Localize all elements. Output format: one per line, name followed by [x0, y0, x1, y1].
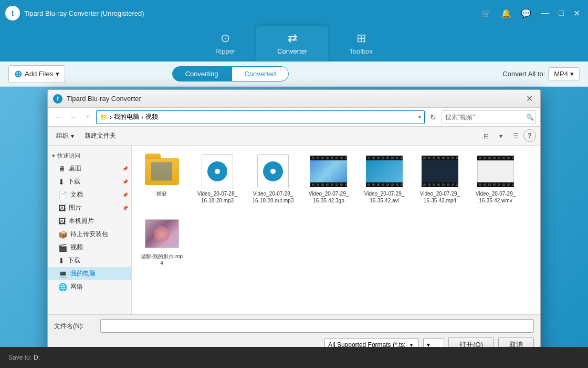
- plus-icon: ⊕: [14, 68, 22, 80]
- main-toolbar: ⊕ Add Files ▾ Converting Converted Conve…: [0, 62, 588, 87]
- organize-button[interactable]: 组织 ▾: [52, 129, 78, 142]
- chat-icon[interactable]: 💬: [518, 7, 534, 19]
- quick-access-header[interactable]: ▾ 快速访问: [48, 150, 131, 162]
- local-photos-label: 本机照片: [69, 217, 94, 226]
- pin-icon-2: 📌: [122, 179, 128, 185]
- mp3-1-icon: [199, 154, 236, 188]
- logo-letter: t: [12, 9, 14, 17]
- sidebar-item-uploads[interactable]: 📦 待上传安装包: [48, 228, 131, 241]
- list-item[interactable]: 捕获: [138, 152, 185, 206]
- filename-input[interactable]: [100, 319, 534, 333]
- path-mypc: 我的电脑: [114, 113, 139, 121]
- download-icon: ⬇: [58, 178, 65, 186]
- sidebar-item-network[interactable]: 🌐 网络: [48, 280, 131, 293]
- mypc-label: 我的电脑: [70, 269, 96, 278]
- convert-all-section: Convert All to: MP4 ▾: [502, 67, 580, 80]
- video-avi-icon: [366, 154, 403, 188]
- pin-icon-3: 📌: [122, 192, 128, 198]
- convert-format-value: MP4: [554, 70, 568, 78]
- mp3-2-name: Video_20-07-28_16-18-20.out.mp3: [251, 190, 295, 204]
- new-folder-button[interactable]: 新建文件夹: [80, 129, 120, 142]
- app-logo: t: [5, 6, 20, 21]
- tab-toolbox-label: Toolbox: [349, 47, 373, 55]
- sidebar-item-pictures[interactable]: 🖼 图片 📌: [48, 201, 131, 214]
- tab-toolbox[interactable]: ⊞ Toolbox: [328, 26, 394, 62]
- path-separator-2: ›: [141, 114, 143, 121]
- add-files-button[interactable]: ⊕ Add Files ▾: [8, 65, 65, 83]
- forward-button[interactable]: →: [67, 111, 79, 124]
- sidebar-item-desktop[interactable]: 🖥 桌面 📌: [48, 162, 131, 175]
- document-icon: 📄: [58, 191, 67, 199]
- dl2-label: 下载: [68, 256, 80, 265]
- list-item[interactable]: 嗯影-我的影片.mp4: [138, 214, 185, 269]
- bell-icon[interactable]: 🔔: [498, 7, 514, 19]
- cart-icon[interactable]: 🛒: [478, 7, 494, 19]
- add-files-dropdown-icon: ▾: [56, 70, 59, 78]
- video-wmv-icon: [477, 154, 514, 188]
- help-button[interactable]: ?: [523, 129, 536, 142]
- app-title: Tipard Blu-ray Converter (Unregistered): [24, 9, 478, 17]
- view-dropdown-button[interactable]: ▾: [494, 129, 508, 143]
- video-avi-name: Video_20-07-29_16-35-42.avi: [363, 190, 406, 204]
- search-icon: 🔍: [526, 114, 534, 121]
- tab-converter[interactable]: ⇄ Converter: [256, 26, 328, 62]
- restore-button[interactable]: □: [556, 7, 566, 19]
- sidebar-item-documents[interactable]: 📄 文档 📌: [48, 188, 131, 201]
- video-mp4-icon: [422, 154, 458, 188]
- quick-access-label: 快速访问: [57, 152, 80, 160]
- folder-capture-name: 捕获: [156, 190, 167, 197]
- refresh-button[interactable]: ↻: [427, 111, 439, 124]
- dialog-logo: t: [53, 94, 62, 104]
- converter-icon: ⇄: [288, 32, 297, 45]
- downloads-label: 下载: [68, 177, 80, 186]
- tab-converter-label: Converter: [277, 47, 307, 55]
- sidebar-item-dl2[interactable]: ⬇ 下载: [48, 254, 131, 267]
- search-input[interactable]: [445, 114, 524, 121]
- list-item[interactable]: Video_20-07-29_16-35-42.mp4: [416, 152, 464, 206]
- dialog-title: Tipard Blu-ray Converter: [67, 95, 523, 103]
- view-controls: ⊟ ▾ ☰ ?: [479, 129, 536, 143]
- list-item[interactable]: Video_20-07-29_16-35-42.wmv: [472, 152, 519, 206]
- organize-label: 组织: [56, 131, 69, 140]
- minimize-button[interactable]: ―: [538, 7, 552, 19]
- sidebar-item-mypc[interactable]: 💻 我的电脑: [48, 267, 131, 280]
- uploads-label: 待上传安装包: [70, 230, 108, 239]
- view-details-button[interactable]: ☰: [509, 129, 522, 143]
- videos-label: 视频: [70, 243, 83, 252]
- dialog-close-button[interactable]: ✕: [523, 93, 535, 105]
- list-item[interactable]: Video_20-07-29_16-35-42.3gp: [305, 152, 352, 206]
- path-dropdown-icon[interactable]: ▾: [418, 114, 421, 120]
- video-gp-icon: [310, 154, 347, 188]
- list-item[interactable]: Video_20-07-28_16-18-20.mp3: [194, 152, 241, 206]
- view-list-button[interactable]: ⊟: [479, 129, 493, 143]
- mp3-1-name: Video_20-07-28_16-18-20.mp3: [196, 190, 239, 204]
- converting-tabs: Converting Converted: [172, 66, 289, 81]
- close-button[interactable]: ✕: [571, 7, 583, 19]
- sidebar-item-downloads[interactable]: ⬇ 下载 📌: [48, 175, 131, 188]
- list-item[interactable]: Video_20-07-29_16-35-42.avi: [361, 152, 408, 206]
- documents-label: 文档: [70, 190, 83, 199]
- add-files-label: Add Files: [25, 70, 53, 78]
- filename-label: 文件名(N):: [54, 322, 96, 331]
- ripper-icon: ⊙: [220, 32, 230, 45]
- path-videos: 视频: [145, 113, 158, 121]
- videos-icon: 🎬: [58, 243, 67, 252]
- desktop-label: 桌面: [69, 164, 81, 173]
- back-button[interactable]: ←: [52, 111, 65, 124]
- convert-format-dropdown[interactable]: MP4 ▾: [548, 67, 580, 80]
- converted-tab[interactable]: Converted: [232, 66, 289, 81]
- video-mp4-name: Video_20-07-29_16-35-42.mp4: [418, 190, 461, 204]
- sidebar-item-videos[interactable]: 🎬 视频: [48, 241, 131, 254]
- photo-mp4-name: 嗯影-我的影片.mp4: [140, 253, 183, 267]
- path-folder-icon: 📁: [100, 114, 108, 121]
- window-controls: 🛒 🔔 💬 ― □ ✕: [478, 7, 583, 19]
- tab-ripper[interactable]: ⊙ Ripper: [194, 26, 256, 62]
- address-path[interactable]: 📁 › 我的电脑 › 视频 ▾: [96, 110, 425, 124]
- search-box[interactable]: 🔍: [442, 110, 536, 124]
- nav-tabs: ⊙ Ripper ⇄ Converter ⊞ Toolbox: [0, 26, 588, 62]
- converting-tab[interactable]: Converting: [172, 66, 232, 81]
- sidebar-item-local-photos[interactable]: 🖼 本机照片: [48, 214, 131, 228]
- list-item[interactable]: Video_20-07-28_16-18-20.out.mp3: [249, 152, 297, 206]
- up-button[interactable]: ↑: [81, 111, 94, 124]
- tab-ripper-label: Ripper: [215, 47, 235, 55]
